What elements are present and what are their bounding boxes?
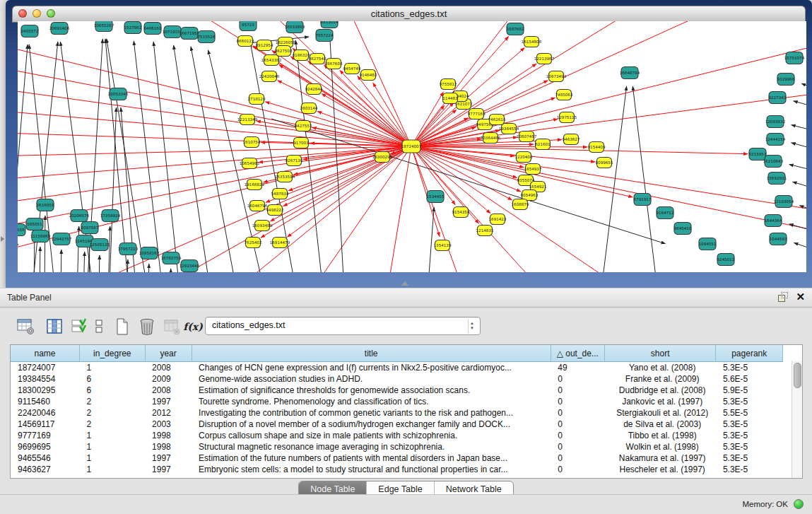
citation-edge[interactable]: [107, 39, 148, 272]
graph-node[interactable]: 1854937: [524, 164, 542, 175]
column-header-year[interactable]: year: [145, 345, 192, 362]
graph-node[interactable]: 1534455: [427, 191, 445, 203]
citation-edge[interactable]: [153, 42, 181, 272]
citation-edge[interactable]: [99, 255, 100, 272]
graph-node[interactable]: 16210643: [763, 156, 784, 168]
citation-edge[interactable]: [108, 226, 110, 272]
graph-node[interactable]: 10807487: [517, 132, 537, 142]
table-row[interactable]: 946362711997Embryonic stem cells: a mode…: [11, 464, 783, 475]
table-mode-button[interactable]: [16, 316, 37, 337]
graph-node[interactable]: 1220400: [515, 152, 533, 163]
graph-node[interactable]: 7515526: [198, 31, 216, 43]
citation-edge[interactable]: [18, 107, 411, 146]
table-row[interactable]: 911546021997Tourette syndrome. Phenomeno…: [11, 396, 783, 407]
create-column-button[interactable]: [112, 316, 133, 337]
window-titlebar[interactable]: citations_edges.txt: [12, 6, 806, 23]
citation-edge[interactable]: [45, 146, 411, 272]
table-vertical-scrollbar[interactable]: [792, 361, 802, 478]
citation-edge[interactable]: [127, 259, 128, 272]
graph-node[interactable]: 85723: [240, 21, 257, 31]
graph-node[interactable]: 20206576: [69, 210, 90, 222]
graph-node[interactable]: 1354139: [434, 240, 452, 251]
column-header-pagerank[interactable]: pagerank: [716, 345, 783, 362]
citation-edge[interactable]: [411, 146, 806, 212]
graph-node[interactable]: 8660123: [237, 36, 254, 47]
citation-edge[interactable]: [792, 143, 806, 151]
citation-edge[interactable]: [18, 45, 28, 216]
graph-node[interactable]: 12444154: [765, 134, 786, 146]
column-header-name[interactable]: name: [11, 345, 80, 362]
citation-edge[interactable]: [411, 146, 748, 154]
graph-node[interactable]: 18300295: [372, 152, 393, 163]
graph-node[interactable]: 2087682: [507, 23, 524, 35]
table-selector-dropdown[interactable]: citations_edges.txt ▲▼: [205, 317, 481, 335]
graph-node[interactable]: 8813014: [321, 21, 339, 28]
graph-node[interactable]: 9245012: [717, 254, 735, 266]
graph-node[interactable]: 9827548: [309, 54, 326, 64]
graph-node[interactable]: 15751074: [784, 52, 805, 64]
graph-node[interactable]: 12093832: [765, 116, 785, 128]
delete-column-button[interactable]: [136, 316, 158, 337]
graph-node[interactable]: 1527862: [124, 22, 142, 34]
graph-node[interactable]: 1810754: [243, 137, 261, 148]
network-canvas[interactable]: 1872400718300295240557220891406106552871…: [18, 21, 806, 272]
graph-node[interactable]: 7462616: [488, 115, 506, 125]
citation-edge[interactable]: [793, 182, 806, 191]
graph-node[interactable]: 114483: [442, 93, 458, 104]
graph-node[interactable]: 9329966: [777, 74, 795, 86]
graph-node[interactable]: 5487834: [271, 189, 289, 199]
close-panel-icon[interactable]: ✕: [796, 291, 805, 302]
graph-node[interactable]: 7485063: [555, 90, 573, 100]
graph-node[interactable]: 12923446: [180, 260, 200, 272]
graph-node[interactable]: 12213349: [237, 115, 258, 125]
graph-node[interactable]: 17957223: [118, 243, 139, 255]
graph-node[interactable]: 16648784: [620, 67, 640, 79]
graph-node[interactable]: 12103054: [774, 196, 794, 208]
graph-node[interactable]: 11156869: [30, 230, 51, 243]
citation-edge[interactable]: [40, 247, 40, 272]
graph-node[interactable]: 15353594: [275, 172, 295, 182]
graph-node[interactable]: 585051: [26, 218, 43, 230]
graph-node[interactable]: 2718120: [248, 94, 266, 105]
graph-node[interactable]: 9463627: [563, 134, 580, 145]
graph-node[interactable]: 10973493: [546, 71, 567, 82]
citation-edge[interactable]: [134, 41, 164, 272]
table-row[interactable]: 1938455462009Genome-wide association stu…: [11, 373, 783, 385]
graph-node[interactable]: 9845410: [674, 223, 692, 235]
citation-edge[interactable]: [45, 216, 45, 272]
graph-node[interactable]: 9427552: [295, 121, 312, 132]
panel-resize-grip[interactable]: [401, 281, 408, 286]
graph-node[interactable]: 20053346: [108, 88, 129, 100]
graph-node[interactable]: 9154409: [588, 142, 606, 153]
graph-node[interactable]: 16914479: [270, 238, 290, 248]
citation-edge[interactable]: [794, 101, 806, 109]
graph-node[interactable]: 9397587: [81, 222, 99, 234]
graph-node[interactable]: 8215953: [749, 148, 767, 160]
graph-node[interactable]: 22420046: [259, 71, 280, 82]
graph-node[interactable]: 16671958: [180, 28, 200, 40]
graph-node[interactable]: 15692931: [767, 173, 787, 185]
graph-node[interactable]: 1608879: [512, 199, 529, 210]
graph-node[interactable]: 393159: [18, 224, 25, 236]
citation-edge[interactable]: [792, 125, 806, 133]
graph-node[interactable]: 2405572: [21, 25, 39, 37]
graph-node[interactable]: 7857224: [316, 30, 334, 42]
citation-edge[interactable]: [77, 226, 79, 272]
table-row[interactable]: 946554611997Estimation of the future num…: [11, 452, 783, 464]
graph-node[interactable]: 16154808: [522, 37, 542, 47]
graph-node[interactable]: 2803144: [300, 103, 318, 114]
graph-node[interactable]: 6486160: [144, 23, 162, 35]
citation-edge[interactable]: [83, 252, 85, 272]
column-header-title[interactable]: title: [192, 345, 551, 362]
citation-edge[interactable]: [109, 107, 117, 272]
graph-node[interactable]: 12505135: [90, 239, 110, 251]
graph-node[interactable]: 16543382: [261, 55, 281, 66]
table-row[interactable]: 1456911722003Disruption of a novel membe…: [11, 419, 783, 430]
graph-node[interactable]: 16046796: [247, 201, 268, 211]
column-header-out_degree[interactable]: △ out_de...: [551, 345, 604, 362]
citation-edge[interactable]: [632, 86, 659, 272]
graph-node[interactable]: 10655287: [94, 21, 114, 32]
graph-node[interactable]: 10654985: [240, 158, 260, 169]
graph-node[interactable]: 10958167: [139, 247, 160, 259]
table-row[interactable]: 1830029562008Estimation of significance …: [11, 385, 783, 396]
